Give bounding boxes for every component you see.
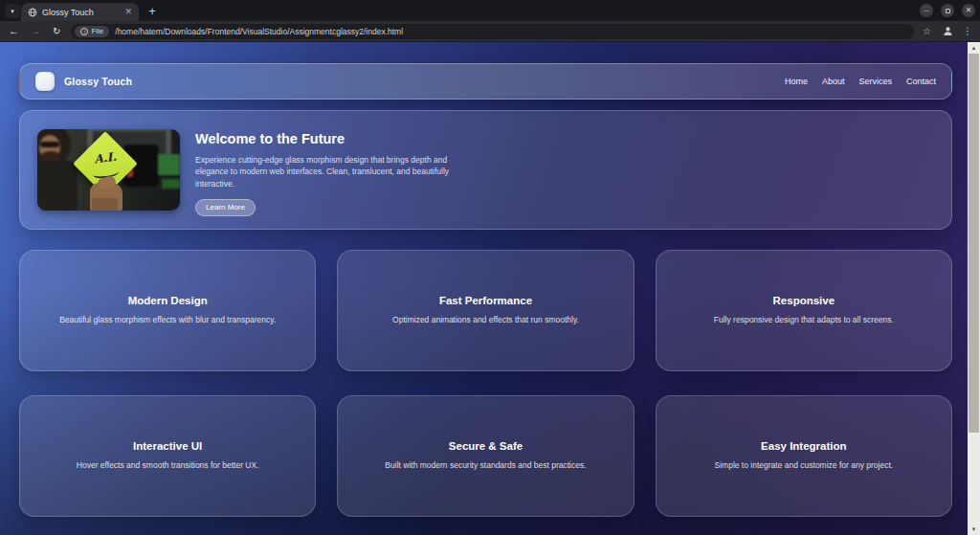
- restore-icon: [946, 9, 950, 13]
- card-description: Hover effects and smooth transitions for…: [77, 460, 259, 472]
- card-title: Responsive: [773, 295, 835, 306]
- card-fast-performance: Fast Performance Optimized animations an…: [337, 250, 634, 371]
- brand-name: Glossy Touch: [64, 76, 132, 87]
- card-secure-safe: Secure & Safe Built with modern security…: [337, 395, 634, 517]
- card-responsive: Responsive Fully responsive design that …: [656, 250, 952, 371]
- window-restore-button[interactable]: [941, 4, 954, 17]
- hero-image: A.I.: [37, 129, 180, 211]
- page-scrollbar[interactable]: ▲ ▼: [968, 42, 980, 535]
- card-title: Fast Performance: [439, 295, 532, 306]
- bookmark-star-icon[interactable]: ☆: [923, 26, 931, 36]
- card-description: Simple to integrate and customize for an…: [715, 460, 894, 472]
- browser-toolbar: ← → ↻ i File /home/hatem/Downloads/Front…: [0, 21, 980, 42]
- scrollbar-thumb[interactable]: [969, 54, 979, 433]
- hero-text-block: Welcome to the Future Experience cutting…: [195, 129, 456, 211]
- browser-window: ▾ Glossy Touch ✕ + – ✕ ← → ↻ i File /hom…: [0, 0, 980, 535]
- window-controls: – ✕: [920, 4, 975, 17]
- card-title: Easy Integration: [761, 440, 846, 452]
- page-viewport: Glossy Touch Home About Services Contact: [0, 42, 980, 535]
- file-scheme-chip[interactable]: i File: [75, 26, 109, 37]
- profile-avatar-icon[interactable]: [943, 26, 953, 36]
- tab-close-icon[interactable]: ✕: [124, 8, 132, 16]
- card-modern-design: Modern Design Beautiful glass morphism e…: [19, 250, 316, 371]
- nav-link-contact[interactable]: Contact: [906, 77, 936, 86]
- nav-links: Home About Services Contact: [785, 77, 936, 86]
- card-title: Modern Design: [128, 295, 208, 306]
- nav-link-services[interactable]: Services: [858, 77, 892, 86]
- scheme-label: File: [91, 27, 103, 35]
- arm-shape: [92, 198, 118, 211]
- new-tab-button[interactable]: +: [145, 3, 160, 18]
- feature-grid: Modern Design Beautiful glass morphism e…: [19, 250, 952, 517]
- card-description: Built with modern security standards and…: [385, 460, 586, 472]
- scrollbar-down-arrow[interactable]: ▼: [968, 524, 980, 535]
- browser-menu-icon[interactable]: ⋮: [963, 26, 972, 36]
- card-description: Optimized animations and effects that ru…: [392, 315, 579, 326]
- nav-link-home[interactable]: Home: [785, 77, 808, 86]
- info-icon: i: [80, 28, 88, 35]
- tab-search-button[interactable]: ▾: [5, 4, 20, 18]
- url-text: /home/hatem/Downloads/Frontend/VisualStu…: [115, 27, 403, 36]
- window-minimize-button[interactable]: –: [920, 4, 933, 17]
- address-bar[interactable]: i File /home/hatem/Downloads/Frontend/Vi…: [71, 24, 914, 39]
- back-button[interactable]: ←: [9, 26, 19, 36]
- card-easy-integration: Easy Integration Simple to integrate and…: [656, 395, 952, 517]
- site-navbar: Glossy Touch Home About Services Contact: [19, 63, 952, 100]
- card-title: Secure & Safe: [449, 440, 523, 452]
- browser-tab[interactable]: Glossy Touch ✕: [21, 3, 139, 21]
- page-content: Glossy Touch Home About Services Contact: [0, 42, 968, 535]
- window-close-button[interactable]: ✕: [962, 4, 975, 17]
- scrollbar-up-arrow[interactable]: ▲: [968, 42, 980, 54]
- hero-title: Welcome to the Future: [195, 131, 456, 146]
- card-interactive-ui: Interactive UI Hover effects and smooth …: [19, 395, 316, 517]
- brand-logo: [35, 72, 55, 91]
- card-description: Beautiful glass morphism effects with bl…: [59, 315, 276, 326]
- tab-strip: ▾ Glossy Touch ✕ + – ✕: [0, 0, 980, 21]
- forward-button[interactable]: →: [31, 26, 41, 36]
- hero-description: Experience cutting-edge glass morphism d…: [195, 154, 456, 189]
- chevron-down-icon: ▾: [11, 8, 14, 15]
- globe-icon: [28, 8, 37, 17]
- reload-button[interactable]: ↻: [53, 27, 60, 36]
- card-title: Interactive UI: [133, 440, 202, 452]
- learn-more-button[interactable]: Learn More: [195, 199, 256, 216]
- card-description: Fully responsive design that adapts to a…: [714, 315, 894, 326]
- nav-link-about[interactable]: About: [822, 77, 845, 86]
- tab-title: Glossy Touch: [42, 8, 120, 17]
- hero-section: A.I. Welcome to the Future Experience cu…: [19, 110, 952, 230]
